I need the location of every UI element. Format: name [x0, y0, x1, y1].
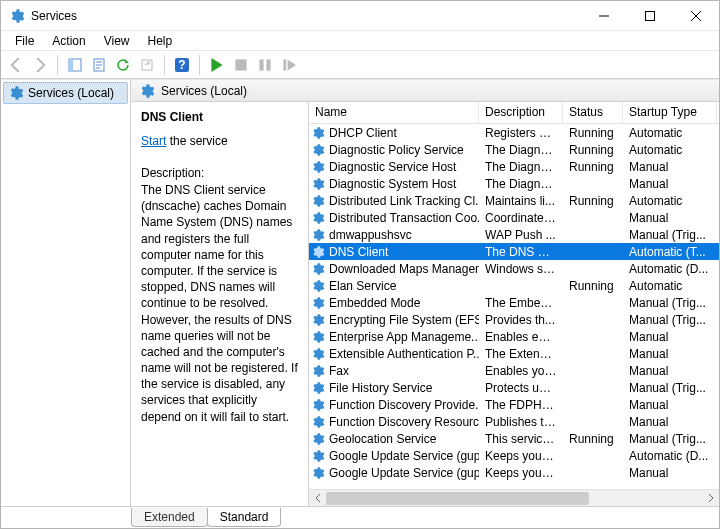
- menu-file[interactable]: File: [7, 32, 42, 50]
- service-row[interactable]: Diagnostic Service HostThe Diagno...Runn…: [309, 158, 719, 175]
- gear-icon: [311, 313, 325, 327]
- service-logon-cell: Loc: [717, 313, 719, 327]
- service-row[interactable]: Elan ServiceRunningAutomaticLoc: [309, 277, 719, 294]
- service-name-cell: DNS Client: [309, 245, 479, 259]
- service-name-text: Embedded Mode: [329, 296, 420, 310]
- service-startup-cell: Manual: [623, 211, 717, 225]
- service-name-text: Google Update Service (gup...: [329, 466, 479, 480]
- service-status-cell: Running: [563, 160, 623, 174]
- close-button[interactable]: [673, 1, 719, 30]
- service-row[interactable]: Diagnostic System HostThe Diagno...Manua…: [309, 175, 719, 192]
- refresh-button[interactable]: [112, 54, 134, 76]
- service-startup-cell: Manual: [623, 466, 717, 480]
- service-row[interactable]: Extensible Authentication P...The Extens…: [309, 345, 719, 362]
- pause-service-button: [254, 54, 276, 76]
- minimize-button[interactable]: [581, 1, 627, 30]
- service-name-cell: File History Service: [309, 381, 479, 395]
- service-name-cell: Embedded Mode: [309, 296, 479, 310]
- service-desc-cell: The DNS Cli...: [479, 245, 563, 259]
- service-name-cell: Enterprise App Manageme...: [309, 330, 479, 344]
- scroll-track[interactable]: [326, 490, 702, 507]
- show-hide-tree-button[interactable]: [64, 54, 86, 76]
- service-name-cell: Google Update Service (gup...: [309, 449, 479, 463]
- scroll-left-button[interactable]: [309, 490, 326, 507]
- service-name-cell: Function Discovery Provide...: [309, 398, 479, 412]
- help-button[interactable]: ?: [171, 54, 193, 76]
- service-startup-cell: Manual: [623, 364, 717, 378]
- service-name-cell: Diagnostic System Host: [309, 177, 479, 191]
- service-row[interactable]: Embedded ModeThe Embed...Manual (Trig...…: [309, 294, 719, 311]
- menu-bar: File Action View Help: [1, 31, 719, 51]
- service-logon-cell: Net: [717, 245, 719, 259]
- service-desc-cell: Enables ent...: [479, 330, 563, 344]
- service-name-cell: Diagnostic Service Host: [309, 160, 479, 174]
- gear-icon: [139, 83, 155, 99]
- service-name-text: Distributed Transaction Coo...: [329, 211, 479, 225]
- tree-item-services-local[interactable]: Services (Local): [3, 82, 128, 104]
- service-name-text: Diagnostic System Host: [329, 177, 456, 191]
- service-name-text: Diagnostic Service Host: [329, 160, 456, 174]
- service-row[interactable]: Google Update Service (gup...Keeps your …: [309, 447, 719, 464]
- service-name-cell: DHCP Client: [309, 126, 479, 140]
- column-description[interactable]: Description: [479, 102, 563, 123]
- service-desc-cell: Windows se...: [479, 262, 563, 276]
- scroll-right-button[interactable]: [702, 490, 719, 507]
- service-row[interactable]: FaxEnables you...ManualNet: [309, 362, 719, 379]
- horizontal-scrollbar[interactable]: [309, 489, 719, 506]
- gear-icon: [311, 126, 325, 140]
- service-row[interactable]: Distributed Link Tracking Cl...Maintains…: [309, 192, 719, 209]
- title-bar: Services: [1, 1, 719, 31]
- column-status[interactable]: Status: [563, 102, 623, 123]
- column-name[interactable]: Name: [309, 102, 479, 123]
- column-startup-type[interactable]: Startup Type: [623, 102, 717, 123]
- service-logon-cell: Loc: [717, 296, 719, 310]
- menu-help[interactable]: Help: [140, 32, 181, 50]
- service-name-text: Diagnostic Policy Service: [329, 143, 464, 157]
- service-row[interactable]: Function Discovery Provide...The FDPHO..…: [309, 396, 719, 413]
- service-desc-cell: Protects use...: [479, 381, 563, 395]
- menu-view[interactable]: View: [96, 32, 138, 50]
- service-logon-cell: Loc: [717, 347, 719, 361]
- service-row[interactable]: File History ServiceProtects use...Manua…: [309, 379, 719, 396]
- content-header: Services (Local): [131, 80, 719, 102]
- service-row[interactable]: Downloaded Maps ManagerWindows se...Auto…: [309, 260, 719, 277]
- service-name-text: Elan Service: [329, 279, 396, 293]
- service-name-text: Google Update Service (gup...: [329, 449, 479, 463]
- svg-rect-5: [235, 59, 246, 70]
- service-desc-cell: Enables you...: [479, 364, 563, 378]
- service-logon-cell: Loc: [717, 466, 719, 480]
- column-log-on-as[interactable]: Log: [717, 102, 719, 123]
- service-logon-cell: Loc: [717, 398, 719, 412]
- service-logon-cell: Loc: [717, 160, 719, 174]
- scroll-thumb[interactable]: [326, 492, 589, 505]
- service-row[interactable]: Encrypting File System (EFS)Provides th.…: [309, 311, 719, 328]
- gear-icon: [311, 296, 325, 310]
- service-row[interactable]: Geolocation ServiceThis service ...Runni…: [309, 430, 719, 447]
- service-logon-cell: Loc: [717, 194, 719, 208]
- gear-icon: [311, 194, 325, 208]
- service-desc-cell: The Diagno...: [479, 160, 563, 174]
- tab-standard[interactable]: Standard: [207, 508, 282, 527]
- service-row[interactable]: Distributed Transaction Coo...Coordinate…: [309, 209, 719, 226]
- service-logon-cell: Loc: [717, 228, 719, 242]
- properties-button[interactable]: [88, 54, 110, 76]
- service-startup-cell: Manual: [623, 330, 717, 344]
- service-row[interactable]: DHCP ClientRegisters an...RunningAutomat…: [309, 124, 719, 141]
- start-service-button[interactable]: [206, 54, 228, 76]
- service-row[interactable]: DNS ClientThe DNS Cli...Automatic (T...N…: [309, 243, 719, 260]
- service-row[interactable]: dmwappushsvcWAP Push ...Manual (Trig...L…: [309, 226, 719, 243]
- service-startup-cell: Manual (Trig...: [623, 296, 717, 310]
- tab-extended[interactable]: Extended: [131, 508, 208, 527]
- service-logon-cell: Loc: [717, 279, 719, 293]
- service-row[interactable]: Diagnostic Policy ServiceThe Diagno...Ru…: [309, 141, 719, 158]
- maximize-button[interactable]: [627, 1, 673, 30]
- tree-pane: Services (Local): [1, 80, 131, 506]
- service-row[interactable]: Enterprise App Manageme...Enables ent...…: [309, 328, 719, 345]
- service-row[interactable]: Function Discovery Resourc...Publishes t…: [309, 413, 719, 430]
- service-name-text: Extensible Authentication P...: [329, 347, 479, 361]
- svg-rect-0: [646, 11, 655, 20]
- service-logon-cell: Loc: [717, 143, 719, 157]
- menu-action[interactable]: Action: [44, 32, 93, 50]
- start-service-link[interactable]: Start: [141, 134, 166, 148]
- service-row[interactable]: Google Update Service (gup...Keeps your …: [309, 464, 719, 481]
